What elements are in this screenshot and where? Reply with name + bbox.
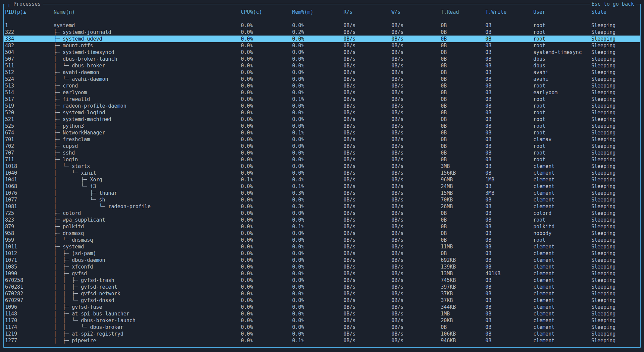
cpu-cell: 0.0% <box>241 150 292 156</box>
process-row[interactable]: 322 ├─ systemd-journald 0.0% 0.2% 0B/s 0… <box>4 29 640 36</box>
process-row[interactable]: 1 systemd 0.0% 0.0% 0B/s 0B/s 0B 0B root… <box>4 22 640 29</box>
tree-branch-glyph: ├─ <box>54 43 63 49</box>
process-row[interactable]: 707 ├─ sshd 0.0% 0.0% 0B/s 0B/s 0B 0B ro… <box>4 150 640 156</box>
state-cell: Sleeping <box>591 210 640 217</box>
user-cell: clement <box>533 297 591 304</box>
process-row[interactable]: 511 │ └─ dbus-broker 0.0% 0.0% 0B/s 0B/s… <box>4 62 640 69</box>
state-cell: Sleeping <box>591 56 640 62</box>
process-row[interactable]: 1219 │ ├─ at-spi2-registryd 0.0% 0.0% 0B… <box>4 331 640 337</box>
process-row[interactable]: 1012 │ ├─ (sd-pam) 0.0% 0.0% 0B/s 0B/s 0… <box>4 250 640 257</box>
process-row[interactable]: 525 ├─ python3 0.0% 0.0% 0B/s 0B/s 0B 0B… <box>4 123 640 129</box>
process-row[interactable]: 1076 │ ├─ thunar 0.0% 0.3% 0B/s 0B/s 15M… <box>4 190 640 196</box>
process-row[interactable]: 1071 │ ├─ dbus-daemon 0.0% 0.0% 0B/s 0B/… <box>4 257 640 263</box>
process-row[interactable]: 958 ├─ dnsmasq 0.0% 0.0% 0B/s 0B/s 0B 0B… <box>4 230 640 237</box>
mem-cell: 0.0% <box>292 116 343 123</box>
process-row[interactable]: 670281 │ │ ├─ gvfsd-recent 0.0% 0.0% 0B/… <box>4 284 640 290</box>
process-row[interactable]: 521 ├─ systemd-machined 0.0% 0.0% 0B/s 0… <box>4 116 640 123</box>
process-row[interactable]: 1090 │ ├─ gvfsd 0.0% 0.0% 0B/s 0B/s 13MB… <box>4 270 640 277</box>
process-row[interactable]: 823 ├─ wpa_supplicant 0.0% 0.0% 0B/s 0B/… <box>4 217 640 223</box>
name-cell: │ ├─ gvfsd <box>54 270 241 277</box>
user-cell: root <box>533 109 591 116</box>
pid-cell: 725 <box>5 210 54 217</box>
pid-cell: 1041 <box>5 176 54 183</box>
process-name: thunar <box>99 190 117 196</box>
cpu-cell: 0.0% <box>241 62 292 69</box>
process-row[interactable]: 1148 │ ├─ at-spi-bus-launcher 0.0% 0.0% … <box>4 310 640 317</box>
process-name: gvfsd-fuse <box>72 304 102 310</box>
process-row[interactable]: 701 ├─ freshclam 0.0% 0.0% 0B/s 0B/s 0B … <box>4 136 640 143</box>
total-write-cell: 0B <box>485 103 533 109</box>
process-row[interactable]: 513 ├─ crond 0.0% 0.0% 0B/s 0B/s 0B 0B r… <box>4 82 640 89</box>
user-cell: earlyoom <box>533 89 591 96</box>
user-cell: root <box>533 150 591 156</box>
cpu-cell: 0.0% <box>241 270 292 277</box>
process-row[interactable]: 1277 │ ├─ pipewire 0.0% 0.1% 0B/s 0B/s 9… <box>4 337 640 344</box>
read-rate-cell: 0B/s <box>343 250 391 257</box>
process-row[interactable]: 482 ├─ mount.ntfs 0.0% 0.0% 0B/s 0B/s 0B… <box>4 42 640 49</box>
process-row[interactable]: 702 ├─ cupsd 0.0% 0.0% 0B/s 0B/s 0B 0B r… <box>4 143 640 150</box>
name-cell: ├─ radeon-profile-daemon <box>54 103 241 109</box>
process-row[interactable]: 507 ├─ dbus-broker-launch 0.0% 0.0% 0B/s… <box>4 56 640 62</box>
process-row[interactable]: 512 ├─ avahi-daemon 0.0% 0.0% 0B/s 0B/s … <box>4 69 640 76</box>
column-header-state[interactable]: State <box>591 9 640 15</box>
column-header-user[interactable]: User <box>533 9 591 15</box>
process-row[interactable]: 1170 │ │ └─ dbus-broker-launch 0.0% 0.0%… <box>4 317 640 324</box>
mem-cell: 0.0% <box>292 310 343 317</box>
name-cell: ├─ polkitd <box>54 223 241 230</box>
process-row[interactable]: 1174 │ │ └─ dbus-broker 0.0% 0.0% 0B/s 0… <box>4 324 640 331</box>
process-row[interactable]: 1011 ├─ systemd 0.0% 0.0% 0B/s 0B/s 11MB… <box>4 243 640 250</box>
mem-cell: 0.3% <box>292 190 343 196</box>
total-write-cell: 0B <box>485 203 533 210</box>
process-row[interactable]: 670297 │ │ └─ gvfsd-dnssd 0.0% 0.0% 0B/s… <box>4 297 640 304</box>
process-row[interactable]: 1096 │ ├─ gvfsd-fuse 0.0% 0.0% 0B/s 0B/s… <box>4 304 640 310</box>
total-read-cell: 0B <box>441 29 485 36</box>
column-header-name[interactable]: Name(n) <box>54 9 241 15</box>
user-cell: clement <box>533 257 591 263</box>
column-header-twrite[interactable]: T.Write <box>485 9 533 15</box>
process-row[interactable]: 524 │ └─ avahi-daemon 0.0% 0.0% 0B/s 0B/… <box>4 76 640 82</box>
write-rate-cell: 0B/s <box>391 116 441 123</box>
process-row[interactable]: 1085 │ ├─ xfconfd 0.0% 0.0% 0B/s 0B/s 13… <box>4 263 640 270</box>
process-row[interactable]: 1018 │ └─ startx 0.0% 0.0% 0B/s 0B/s 3MB… <box>4 163 640 170</box>
process-row[interactable]: 711 ├─ login 0.0% 0.0% 0B/s 0B/s 0B 0B r… <box>4 156 640 163</box>
column-header-pid[interactable]: PID(p)▲ <box>5 9 54 15</box>
total-read-cell: 0B <box>441 36 485 42</box>
cpu-cell: 0.0% <box>241 109 292 116</box>
pid-cell: 504 <box>5 49 54 56</box>
total-read-cell: 0B <box>441 223 485 230</box>
process-row[interactable]: 1077 │ └─ sh 0.0% 0.0% 0B/s 0B/s 70KB 0B… <box>4 196 640 203</box>
column-header-tread[interactable]: T.Read <box>441 9 485 15</box>
column-header-cpu[interactable]: CPU%(c) <box>241 9 292 15</box>
process-row[interactable]: 674 ├─ NetworkManager 0.0% 0.1% 0B/s 0B/… <box>4 129 640 136</box>
process-row[interactable]: 670258 │ │ ├─ gvfsd-trash 0.0% 0.0% 0B/s… <box>4 277 640 284</box>
tree-branch-glyph: ├─ <box>54 123 63 129</box>
cpu-cell: 0.0% <box>241 290 292 297</box>
process-name: systemd-machined <box>63 116 111 122</box>
process-row[interactable]: 879 ├─ polkitd 0.0% 0.1% 0B/s 0B/s 0B 0B… <box>4 223 640 230</box>
column-header-wps[interactable]: W/s <box>391 9 441 15</box>
process-row[interactable]: 1040 │ └─ xinit 0.0% 0.0% 0B/s 0B/s 156K… <box>4 170 640 176</box>
total-write-cell: 0B <box>485 170 533 176</box>
process-row[interactable]: 520 ├─ systemd-logind 0.0% 0.0% 0B/s 0B/… <box>4 109 640 116</box>
name-cell: │ ├─ Xorg <box>54 176 241 183</box>
user-cell: clement <box>533 190 591 196</box>
process-row[interactable]: 514 ├─ earlyoom 0.0% 0.0% 0B/s 0B/s 0B 0… <box>4 89 640 96</box>
process-row[interactable]: 670282 │ │ ├─ gvfsd-network 0.0% 0.0% 0B… <box>4 290 640 297</box>
process-name: earlyoom <box>63 90 87 96</box>
name-cell: ├─ systemd-journald <box>54 29 241 36</box>
process-row[interactable]: 1081 │ └─ radeon-profile 0.0% 0.3% 0B/s … <box>4 203 640 210</box>
process-row[interactable]: 519 ├─ radeon-profile-daemon 0.0% 0.0% 0… <box>4 103 640 109</box>
process-row[interactable]: 517 ├─ firewalld 0.0% 0.1% 0B/s 0B/s 0B … <box>4 96 640 103</box>
process-row[interactable]: 504 ├─ systemd-timesyncd 0.0% 0.0% 0B/s … <box>4 49 640 56</box>
process-row[interactable]: 1068 │ └─ i3 0.0% 0.1% 0B/s 0B/s 24MB 0B… <box>4 183 640 190</box>
write-rate-cell: 0B/s <box>391 210 441 217</box>
process-row[interactable]: 959 │ └─ dnsmasq 0.0% 0.0% 0B/s 0B/s 0B … <box>4 237 640 243</box>
name-cell: │ ├─ thunar <box>54 190 241 196</box>
column-header-mem[interactable]: Mem%(m) <box>292 9 343 15</box>
process-row[interactable]: 1041 │ ├─ Xorg 0.1% 0.4% 0B/s 0B/s 96MB … <box>4 176 640 183</box>
total-read-cell: 0B <box>441 62 485 69</box>
mem-cell: 0.0% <box>292 324 343 331</box>
column-header-rps[interactable]: R/s <box>343 9 391 15</box>
process-row[interactable]: 725 ├─ colord 0.0% 0.0% 0B/s 0B/s 0B 0B … <box>4 210 640 217</box>
process-row[interactable]: 334 ├─ systemd-udevd 0.0% 0.0% 0B/s 0B/s… <box>4 36 640 42</box>
